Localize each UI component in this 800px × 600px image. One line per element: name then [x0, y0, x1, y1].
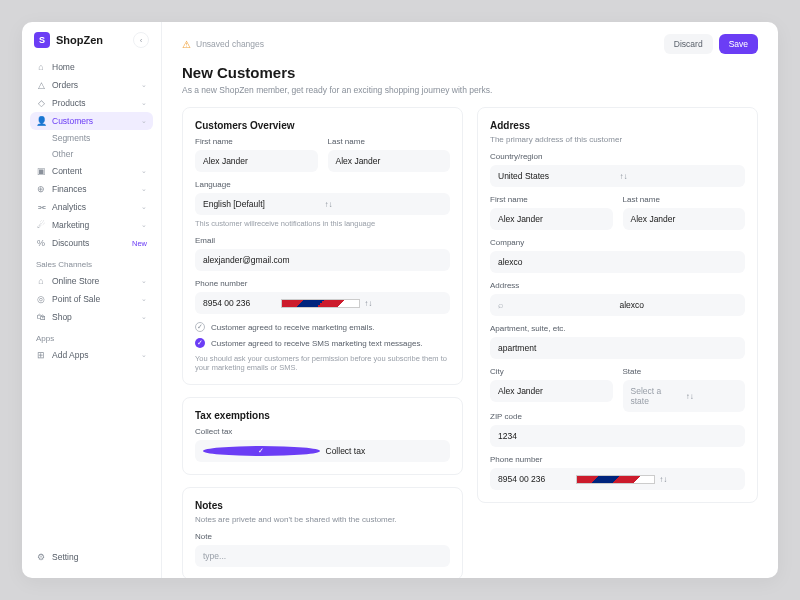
- chevron-down-icon: ⌄: [141, 185, 147, 193]
- collect-tax-toggle[interactable]: ✓ Collect tax: [195, 440, 450, 462]
- sidebar-sub-other[interactable]: Other: [30, 146, 153, 162]
- home-icon: ⌂: [36, 62, 46, 72]
- shop-icon: 🛍: [36, 312, 46, 322]
- notes-card: Notes Notes are privete and won't be sha…: [182, 487, 463, 578]
- sidebar-item-finances[interactable]: ⊕Finances⌄: [30, 180, 153, 198]
- sidebar-item-label: Home: [52, 62, 75, 72]
- first-name-label: First name: [195, 137, 318, 146]
- consent-email-row[interactable]: ✓ Customer agreed to receive marketing e…: [195, 322, 450, 332]
- customers-overview-card: Customers Overview First name Alex Jande…: [182, 107, 463, 385]
- address-card: Address The primary address of this cust…: [477, 107, 758, 503]
- sidebar-collapse-button[interactable]: ‹: [133, 32, 149, 48]
- consent-sms-row[interactable]: ✓ Customer agreed to receive SMS marketi…: [195, 338, 450, 348]
- sidebar-item-products[interactable]: ◇Products⌄: [30, 94, 153, 112]
- sidebar-sub-segments[interactable]: Segments: [30, 130, 153, 146]
- card-subtitle: Notes are privete and won't be shared wi…: [195, 515, 450, 524]
- sidebar-item-home[interactable]: ⌂Home: [30, 58, 153, 76]
- warning-icon: ⚠: [182, 39, 191, 50]
- chevron-down-icon: ⌄: [141, 99, 147, 107]
- sidebar-item-online-store[interactable]: ⌂Online Store⌄: [30, 272, 153, 290]
- apartment-label: Apartment, suite, etc.: [490, 324, 745, 333]
- sidebar-item-label: Products: [52, 98, 86, 108]
- addr-first-name-input[interactable]: Alex Jander: [490, 208, 613, 230]
- chevron-down-icon: ⌄: [141, 203, 147, 211]
- chevron-down-icon: ⌄: [141, 313, 147, 321]
- chevron-down-icon: ⌄: [141, 277, 147, 285]
- chevron-down-icon: ⌄: [141, 351, 147, 359]
- discard-button[interactable]: Discard: [664, 34, 713, 54]
- products-icon: ◇: [36, 98, 46, 108]
- company-label: Company: [490, 238, 745, 247]
- sidebar-item-label: Shop: [52, 312, 72, 322]
- sidebar-nav: ⌂Home △Orders⌄ ◇Products⌄ 👤Customers⌄ Se…: [22, 58, 161, 546]
- state-label: State: [623, 367, 746, 376]
- select-arrows-icon: ↑↓: [659, 475, 737, 484]
- address-input[interactable]: ⌕alexco: [490, 294, 745, 316]
- note-label: Note: [195, 532, 450, 541]
- topbar: ⚠ Unsaved changes Discard Save: [182, 34, 758, 54]
- sidebar-item-marketing[interactable]: ☄Marketing⌄: [30, 216, 153, 234]
- check-circle-fill-icon: ✓: [203, 446, 320, 456]
- select-arrows-icon: ↑↓: [364, 299, 442, 308]
- sidebar-item-pos[interactable]: ◎Point of Sale⌄: [30, 290, 153, 308]
- state-select[interactable]: Select a state↑↓: [623, 380, 746, 412]
- orders-icon: △: [36, 80, 46, 90]
- main-content: ⚠ Unsaved changes Discard Save New Custo…: [162, 22, 778, 578]
- email-input[interactable]: alexjander@gmail.com: [195, 249, 450, 271]
- sidebar-section-apps: Apps: [30, 326, 153, 346]
- card-title: Notes: [195, 500, 450, 511]
- card-title: Address: [490, 120, 745, 131]
- sidebar-item-label: Customers: [52, 116, 93, 126]
- page-subtitle: As a new ShopZen member, get ready for a…: [182, 85, 758, 95]
- consent-hint: You should ask your customers for permis…: [195, 354, 450, 372]
- sidebar-item-customers[interactable]: 👤Customers⌄: [30, 112, 153, 130]
- apartment-input[interactable]: apartment: [490, 337, 745, 359]
- address-label: Address: [490, 281, 745, 290]
- country-label: Country/region: [490, 152, 745, 161]
- zip-input[interactable]: 1234: [490, 425, 745, 447]
- zip-label: ZIP code: [490, 412, 745, 421]
- sidebar-footer: ⚙Setting: [22, 546, 161, 568]
- card-title: Tax exemptions: [195, 410, 450, 421]
- sidebar-item-setting[interactable]: ⚙Setting: [36, 552, 147, 562]
- addr-last-name-label: Last name: [623, 195, 746, 204]
- sidebar-item-shop[interactable]: 🛍Shop⌄: [30, 308, 153, 326]
- sidebar-item-content[interactable]: ▣Content⌄: [30, 162, 153, 180]
- last-name-input[interactable]: Alex Jander: [328, 150, 451, 172]
- chevron-down-icon: ⌄: [141, 295, 147, 303]
- sidebar-item-orders[interactable]: △Orders⌄: [30, 76, 153, 94]
- sidebar-item-analytics[interactable]: ⫘Analytics⌄: [30, 198, 153, 216]
- addr-first-name-label: First name: [490, 195, 613, 204]
- sidebar-item-label: Add Apps: [52, 350, 88, 360]
- unsaved-label: Unsaved changes: [196, 39, 264, 49]
- sidebar-item-add-apps[interactable]: ⊞Add Apps⌄: [30, 346, 153, 364]
- addr-phone-input[interactable]: 8954 00 236↑↓: [490, 468, 745, 490]
- addr-last-name-input[interactable]: Alex Jander: [623, 208, 746, 230]
- note-input[interactable]: type...: [195, 545, 450, 567]
- phone-label: Phone number: [195, 279, 450, 288]
- sidebar-item-label: Marketing: [52, 220, 89, 230]
- left-column: Customers Overview First name Alex Jande…: [182, 107, 463, 578]
- unsaved-indicator: ⚠ Unsaved changes: [182, 39, 264, 50]
- email-label: Email: [195, 236, 450, 245]
- consent-sms-text: Customer agreed to receive SMS marketing…: [211, 339, 423, 348]
- language-select[interactable]: English [Default]↑↓: [195, 193, 450, 215]
- save-button[interactable]: Save: [719, 34, 758, 54]
- card-title: Customers Overview: [195, 120, 450, 131]
- customers-icon: 👤: [36, 116, 46, 126]
- add-apps-icon: ⊞: [36, 350, 46, 360]
- phone-input[interactable]: 8954 00 236↑↓: [195, 292, 450, 314]
- city-input[interactable]: Alex Jander: [490, 380, 613, 402]
- sidebar-item-label: Setting: [52, 552, 78, 562]
- sidebar-item-label: Discounts: [52, 238, 89, 248]
- page-title: New Customers: [182, 64, 758, 81]
- sidebar-item-discounts[interactable]: %DiscountsNew: [30, 234, 153, 252]
- city-label: City: [490, 367, 613, 376]
- discounts-icon: %: [36, 238, 46, 248]
- company-input[interactable]: alexco: [490, 251, 745, 273]
- country-select[interactable]: United States↑↓: [490, 165, 745, 187]
- uk-flag-icon: [576, 475, 656, 484]
- select-arrows-icon: ↑↓: [325, 200, 443, 209]
- first-name-input[interactable]: Alex Jander: [195, 150, 318, 172]
- sidebar-item-label: Finances: [52, 184, 87, 194]
